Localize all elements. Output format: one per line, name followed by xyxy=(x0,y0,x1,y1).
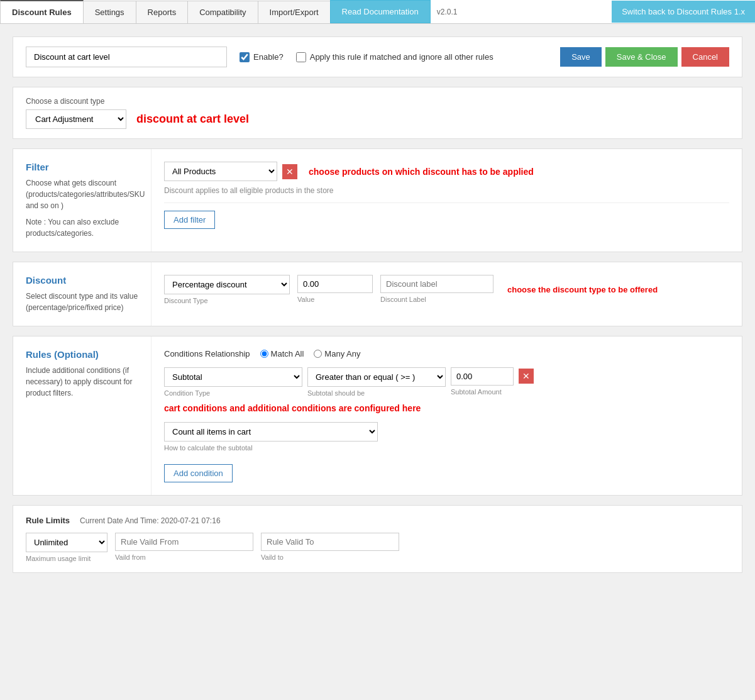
discount-type-col: Percentage discount Fixed discount Fixed… xyxy=(164,275,290,304)
limit-select[interactable]: Unlimited Limited xyxy=(26,533,107,552)
match-all-radio[interactable] xyxy=(260,350,268,358)
version-label: v2.0.1 xyxy=(431,8,464,16)
discount-label-field-label: Discount Label xyxy=(380,296,493,303)
enable-label: Enable? xyxy=(253,52,284,62)
filter-title: Filter xyxy=(26,162,138,172)
tab-discount-rules[interactable]: Discount Rules xyxy=(0,0,84,23)
filter-note: Note : You can also exclude products/cat… xyxy=(26,216,138,239)
rule-name-input[interactable] xyxy=(26,47,227,67)
apply-rule-checkbox[interactable] xyxy=(296,52,306,62)
discount-value-col: Value xyxy=(297,275,373,303)
title-section: Enable? Apply this rule if matched and i… xyxy=(13,36,742,77)
discount-value-input[interactable] xyxy=(297,275,373,293)
rules-panel-inner: Rules (Optional) Include additional cond… xyxy=(13,336,742,495)
condition-amount-col: Subtotal Amount xyxy=(451,367,514,396)
rule-limits-title: Rule Limits xyxy=(26,516,70,525)
discount-type-hint: choose the discount type to be offered xyxy=(507,285,658,294)
rules-panel: Rules (Optional) Include additional cond… xyxy=(13,336,742,496)
save-button[interactable]: Save xyxy=(560,47,602,67)
rules-hint: cart conditions and additional condition… xyxy=(164,403,729,413)
discount-right: Percentage discount Fixed discount Fixed… xyxy=(152,262,742,326)
subtotal-amount-label: Subtotal Amount xyxy=(451,388,514,396)
discount-type-field-label: Discount Type xyxy=(164,297,290,304)
top-navigation: Discount Rules Settings Reports Compatib… xyxy=(0,0,755,24)
limit-select-label: Maximum usage limit xyxy=(26,555,107,562)
condition-amount-input[interactable] xyxy=(451,367,514,386)
apply-rule-section: Apply this rule if matched and ignore al… xyxy=(296,52,493,62)
condition-op-col: Greater than or equal ( >= ) Less than o… xyxy=(307,367,446,397)
valid-to-input[interactable] xyxy=(261,533,399,551)
add-filter-button[interactable]: Add filter xyxy=(164,211,215,229)
discount-section-desc: Select discount type and its value (perc… xyxy=(26,291,138,313)
match-all-radio-label: Match All xyxy=(260,349,304,358)
cancel-button[interactable]: Cancel xyxy=(681,47,729,67)
calc-select[interactable]: Count all items in cart Sum of quantitie… xyxy=(164,422,378,442)
discount-type-select[interactable]: Cart Adjustment Product Discount Buy X G… xyxy=(26,109,126,129)
filter-products-hint: choose products on which discount has to… xyxy=(309,167,534,177)
remove-condition-button[interactable]: ✕ xyxy=(519,369,534,384)
discount-panel-inner: Discount Select discount type and its va… xyxy=(13,262,742,326)
rules-desc: Include additional conditions (if necess… xyxy=(26,365,138,399)
choose-discount-type-label: Choose a discount type xyxy=(26,97,729,106)
filter-products-select[interactable]: All Products Specific Products Product C… xyxy=(164,162,277,181)
add-condition-button[interactable]: Add condition xyxy=(164,464,233,482)
conditions-relationship: Conditions Relationship Match All Many A… xyxy=(164,349,729,358)
calc-col: Count all items in cart Sum of quantitie… xyxy=(164,422,729,452)
remove-filter-button[interactable]: ✕ xyxy=(282,164,297,179)
rule-limits-date: Current Date And Time: 2020-07-21 07:16 xyxy=(80,516,220,525)
discount-type-section: Choose a discount type Cart Adjustment P… xyxy=(13,87,742,139)
rules-right: Conditions Relationship Match All Many A… xyxy=(152,336,742,495)
many-any-radio[interactable] xyxy=(314,350,322,358)
tab-import-export[interactable]: Import/Export xyxy=(258,1,331,23)
condition-op-select[interactable]: Greater than or equal ( >= ) Less than o… xyxy=(307,367,446,387)
switch-back-button[interactable]: Switch back to Discount Rules 1.x xyxy=(612,1,755,23)
main-content: Enable? Apply this rule if matched and i… xyxy=(0,24,755,595)
discount-label-input[interactable] xyxy=(380,275,493,293)
rule-limits-header: Rule Limits Current Date And Time: 2020-… xyxy=(26,516,729,525)
discount-value-label: Value xyxy=(297,296,373,303)
discount-type-dropdown[interactable]: Percentage discount Fixed discount Fixed… xyxy=(164,275,290,294)
many-any-radio-label: Many Any xyxy=(314,349,360,358)
tab-compatibility[interactable]: Compatibility xyxy=(187,1,258,23)
filter-panel: Filter Choose what gets discount (produc… xyxy=(13,148,742,252)
filter-row: All Products Specific Products Product C… xyxy=(164,162,729,181)
separator xyxy=(164,203,729,203)
rules-title: Rules (Optional) xyxy=(26,349,138,360)
valid-to-col: Vaild to xyxy=(261,533,399,561)
condition-type-col: Subtotal Total Quantity Cart Item Count … xyxy=(164,367,302,397)
valid-from-input[interactable] xyxy=(115,533,253,551)
filter-desc: Choose what gets discount (products/cate… xyxy=(26,177,138,211)
enable-checkbox[interactable] xyxy=(240,52,250,62)
rule-limits-section: Rule Limits Current Date And Time: 2020-… xyxy=(13,505,742,573)
valid-from-col: Vaild from xyxy=(115,533,253,561)
apply-rule-label: Apply this rule if matched and ignore al… xyxy=(310,52,493,62)
discount-panel: Discount Select discount type and its va… xyxy=(13,262,742,326)
tab-settings[interactable]: Settings xyxy=(83,1,136,23)
rule-limits-row: Unlimited Limited Maximum usage limit Va… xyxy=(26,533,729,562)
filter-right: All Products Specific Products Product C… xyxy=(152,149,742,252)
calc-label: How to calculate the subtotal xyxy=(164,444,729,452)
discount-at-cart-hint: discount at cart level xyxy=(136,113,249,126)
tab-reports[interactable]: Reports xyxy=(136,1,189,23)
condition-type-label: Condition Type xyxy=(164,389,302,397)
filter-panel-inner: Filter Choose what gets discount (produc… xyxy=(13,149,742,252)
limit-select-col: Unlimited Limited Maximum usage limit xyxy=(26,533,107,562)
discount-section-title: Discount xyxy=(26,275,138,286)
valid-from-label: Vaild from xyxy=(115,553,253,561)
discount-row: Percentage discount Fixed discount Fixed… xyxy=(164,275,729,304)
filter-left: Filter Choose what gets discount (produc… xyxy=(13,149,152,252)
save-close-button[interactable]: Save & Close xyxy=(605,47,678,67)
action-buttons: Save Save & Close Cancel xyxy=(560,47,729,67)
discount-left: Discount Select discount type and its va… xyxy=(13,262,152,326)
condition-row: Subtotal Total Quantity Cart Item Count … xyxy=(164,367,729,397)
conditions-relationship-label: Conditions Relationship xyxy=(164,349,250,358)
discount-label-col: Discount Label xyxy=(380,275,493,303)
condition-type-select[interactable]: Subtotal Total Quantity Cart Item Count xyxy=(164,367,302,387)
subtotal-should-be-label: Subtotal should be xyxy=(307,389,446,397)
rules-left: Rules (Optional) Include additional cond… xyxy=(13,336,152,495)
enable-section: Enable? xyxy=(240,52,284,62)
filter-applies-desc: Discount applies to all eligible product… xyxy=(164,186,729,195)
valid-to-label: Vaild to xyxy=(261,553,399,561)
read-documentation-button[interactable]: Read Documentation xyxy=(330,0,431,23)
